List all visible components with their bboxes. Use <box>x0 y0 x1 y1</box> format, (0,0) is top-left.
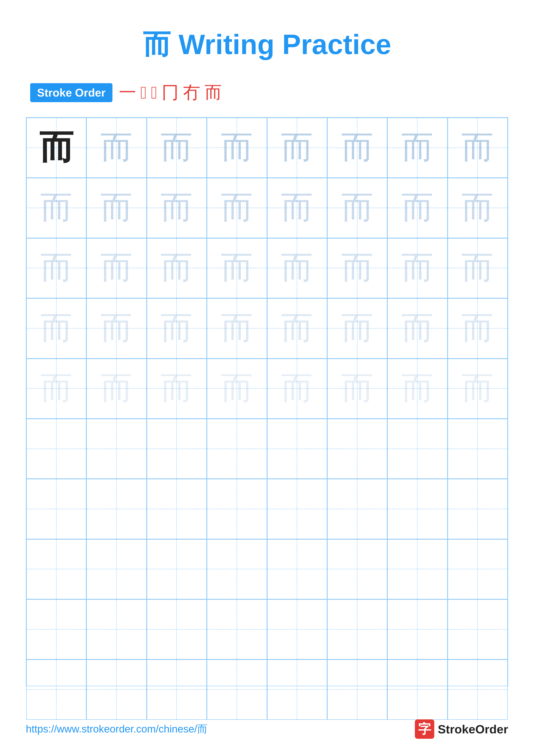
grid-cell-r9c5[interactable] <box>267 599 327 660</box>
grid-cell-r4c2[interactable]: 而 <box>87 298 146 358</box>
grid-cell-r3c5[interactable]: 而 <box>267 238 327 298</box>
grid-cell-r5c2[interactable]: 而 <box>87 359 146 419</box>
grid-cell-r5c8[interactable]: 而 <box>447 359 508 419</box>
grid-cell-r4c5[interactable]: 而 <box>267 298 327 358</box>
grid-cell-r1c6[interactable]: 而 <box>327 118 387 178</box>
grid-cell-r9c2[interactable] <box>87 599 146 660</box>
grid-cell-r4c7[interactable]: 而 <box>387 298 447 358</box>
grid-cell-r8c2[interactable] <box>87 539 146 599</box>
grid-cell-r9c7[interactable] <box>387 599 447 660</box>
grid-cell-r6c1[interactable] <box>26 419 87 479</box>
grid-cell-r1c8[interactable]: 而 <box>447 118 508 178</box>
grid-cell-r6c3[interactable] <box>147 419 207 479</box>
footer: https://www.strokeorder.com/chinese/而 字 … <box>26 719 508 739</box>
grid-cell-r8c6[interactable] <box>327 539 387 599</box>
grid-cell-r8c5[interactable] <box>267 539 327 599</box>
grid-cell-r8c7[interactable] <box>387 539 447 599</box>
footer-url[interactable]: https://www.strokeorder.com/chinese/而 <box>26 722 207 736</box>
grid-cell-r7c4[interactable] <box>207 479 267 539</box>
grid-cell-r9c3[interactable] <box>147 599 207 660</box>
grid-cell-r5c7[interactable]: 而 <box>387 359 447 419</box>
char-guide: 而 <box>281 246 313 290</box>
grid-cell-r5c5[interactable]: 而 <box>267 359 327 419</box>
grid-cell-r6c8[interactable] <box>447 419 508 479</box>
grid-cell-r6c4[interactable] <box>207 419 267 479</box>
grid-cell-r1c4[interactable]: 而 <box>207 118 267 178</box>
grid-cell-r8c8[interactable] <box>447 539 508 599</box>
grid-cell-r2c8[interactable]: 而 <box>447 178 508 238</box>
grid-cell-r4c4[interactable]: 而 <box>207 298 267 358</box>
grid-cell-r9c6[interactable] <box>327 599 387 660</box>
grid-cell-r2c2[interactable]: 而 <box>87 178 146 238</box>
grid-cell-r5c1[interactable]: 而 <box>26 359 87 419</box>
title-section: 而 Writing Practice <box>26 26 508 64</box>
grid-cell-r4c1[interactable]: 而 <box>26 298 87 358</box>
grid-cell-r3c3[interactable]: 而 <box>147 238 207 298</box>
grid-cell-r5c6[interactable]: 而 <box>327 359 387 419</box>
grid-cell-r5c4[interactable]: 而 <box>207 359 267 419</box>
title-label: Writing Practice <box>179 29 391 60</box>
grid-cell-r8c4[interactable] <box>207 539 267 599</box>
grid-cell-r9c8[interactable] <box>447 599 508 660</box>
stroke-order-chars: 一 𠃋 𠃊 冂 冇 而 <box>119 81 222 104</box>
grid-cell-r10c4[interactable] <box>207 660 267 719</box>
grid-cell-r1c5[interactable]: 而 <box>267 118 327 178</box>
grid-cell-r10c1[interactable] <box>26 660 87 719</box>
grid-cell-r8c3[interactable] <box>147 539 207 599</box>
title-character: 而 <box>143 29 171 60</box>
grid-cell-r3c7[interactable]: 而 <box>387 238 447 298</box>
char-guide: 而 <box>100 367 133 410</box>
grid-cell-r7c8[interactable] <box>447 479 508 539</box>
grid-cell-r6c6[interactable] <box>327 419 387 479</box>
grid-cell-r3c2[interactable]: 而 <box>87 238 146 298</box>
grid-cell-r6c7[interactable] <box>387 419 447 479</box>
grid-cell-r7c7[interactable] <box>387 479 447 539</box>
char-guide: 而 <box>401 186 434 230</box>
grid-cell-r7c3[interactable] <box>147 479 207 539</box>
grid-cell-r7c1[interactable] <box>26 479 87 539</box>
grid-cell-r5c3[interactable]: 而 <box>147 359 207 419</box>
grid-cell-r10c7[interactable] <box>387 660 447 719</box>
grid-cell-r10c3[interactable] <box>147 660 207 719</box>
grid-cell-r3c4[interactable]: 而 <box>207 238 267 298</box>
grid-cell-r10c2[interactable] <box>87 660 146 719</box>
grid-cell-r1c2[interactable]: 而 <box>87 118 146 178</box>
grid-cell-r4c3[interactable]: 而 <box>147 298 207 358</box>
grid-cell-r6c2[interactable] <box>87 419 146 479</box>
grid-cell-r2c3[interactable]: 而 <box>147 178 207 238</box>
char-guide: 而 <box>461 186 494 230</box>
grid-cell-r9c1[interactable] <box>26 599 87 660</box>
grid-cell-r10c5[interactable] <box>267 660 327 719</box>
stroke-2: 𠃋 <box>140 83 147 103</box>
grid-cell-r3c8[interactable]: 而 <box>447 238 508 298</box>
char-guide: 而 <box>100 126 133 170</box>
grid-cell-r1c7[interactable]: 而 <box>387 118 447 178</box>
char-guide: 而 <box>341 246 373 290</box>
grid-cell-r6c5[interactable] <box>267 419 327 479</box>
grid-cell-r4c6[interactable]: 而 <box>327 298 387 358</box>
grid-cell-r2c1[interactable]: 而 <box>26 178 87 238</box>
char-guide: 而 <box>100 246 133 290</box>
grid-cell-r10c6[interactable] <box>327 660 387 719</box>
logo-icon: 字 <box>415 719 434 739</box>
grid-cell-r3c6[interactable]: 而 <box>327 238 387 298</box>
grid-cell-r1c1[interactable]: 而 <box>26 118 87 178</box>
grid-cell-r2c6[interactable]: 而 <box>327 178 387 238</box>
grid-cell-r4c8[interactable]: 而 <box>447 298 508 358</box>
grid-cell-r8c1[interactable] <box>26 539 87 599</box>
grid-cell-r10c8[interactable] <box>447 660 508 719</box>
grid-cell-r3c1[interactable]: 而 <box>26 238 87 298</box>
stroke-1: 一 <box>119 81 136 104</box>
grid-cell-r1c3[interactable]: 而 <box>147 118 207 178</box>
grid-cell-r9c4[interactable] <box>207 599 267 660</box>
grid-cell-r2c5[interactable]: 而 <box>267 178 327 238</box>
stroke-5: 冇 <box>183 81 200 104</box>
grid-cell-r7c2[interactable] <box>87 479 146 539</box>
grid-cell-r7c5[interactable] <box>267 479 327 539</box>
grid-cell-r2c4[interactable]: 而 <box>207 178 267 238</box>
grid-cell-r7c6[interactable] <box>327 479 387 539</box>
char-guide: 而 <box>161 367 193 410</box>
char-guide: 而 <box>40 307 73 350</box>
grid-cell-r2c7[interactable]: 而 <box>387 178 447 238</box>
char-guide: 而 <box>341 186 373 230</box>
